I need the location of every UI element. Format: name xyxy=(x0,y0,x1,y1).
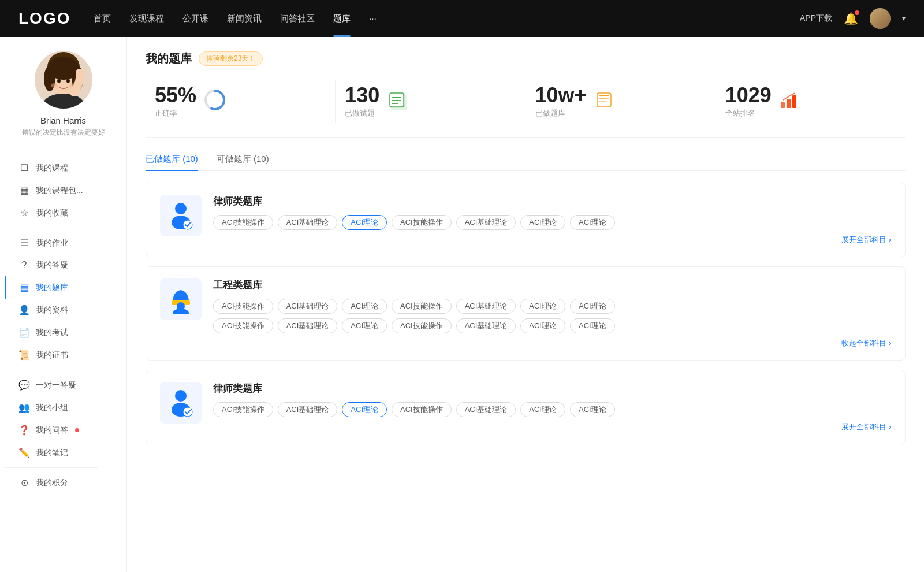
eng-tag-0[interactable]: ACI技能操作 xyxy=(213,299,273,314)
expand-lawyer-2[interactable]: 展开全部科目 › xyxy=(213,422,891,432)
navbar-right: APP下载 🔔 ▾ xyxy=(800,8,906,29)
nav-qa[interactable]: 问答社区 xyxy=(280,13,315,24)
sidebar-item-course[interactable]: ☐ 我的课程 xyxy=(5,157,122,179)
tab-done-banks[interactable]: 已做题库 (10) xyxy=(146,154,198,170)
eng-tag-r2-0[interactable]: ACI技能操作 xyxy=(213,318,273,333)
sidebar-divider-2 xyxy=(5,228,98,228)
eng-tag-3[interactable]: ACI技能操作 xyxy=(392,299,452,314)
trial-badge: 体验剩余23天！ xyxy=(199,51,263,66)
eng-tag-1[interactable]: ACI基础理论 xyxy=(278,299,338,314)
l2-tag-0[interactable]: ACI技能操作 xyxy=(213,402,273,417)
svg-point-32 xyxy=(173,309,189,314)
sidebar-item-coursepack[interactable]: ▦ 我的课程包... xyxy=(5,179,122,202)
tag-0[interactable]: ACI技能操作 xyxy=(213,215,273,230)
expand-lawyer-1[interactable]: 展开全部科目 › xyxy=(213,235,891,245)
homework-icon: ☰ xyxy=(18,237,30,248)
avatar[interactable] xyxy=(870,8,891,29)
nav-news[interactable]: 新闻资讯 xyxy=(227,13,262,24)
points-icon: ⊙ xyxy=(18,477,30,488)
sidebar-item-notes[interactable]: ✏️ 我的笔记 xyxy=(5,441,122,464)
bank-tags-lawyer-2: ACI技能操作 ACI基础理论 ACI理论 ACI技能操作 ACI基础理论 AC… xyxy=(213,402,891,417)
eng-tag-4[interactable]: ACI基础理论 xyxy=(456,299,516,314)
nav-quiz[interactable]: 题库 xyxy=(333,13,351,24)
done-banks-icon xyxy=(594,90,614,114)
bank-icon-lawyer-1 xyxy=(160,195,202,236)
l2-tag-4[interactable]: ACI基础理论 xyxy=(456,402,516,417)
sidebar-divider-1 xyxy=(5,153,98,153)
sidebar-item-homework[interactable]: ☰ 我的作业 xyxy=(5,232,122,254)
tag-3[interactable]: ACI技能操作 xyxy=(392,215,452,230)
l2-tag-1[interactable]: ACI基础理论 xyxy=(278,402,338,417)
qa-icon: ? xyxy=(18,260,30,270)
tag-6[interactable]: ACI理论 xyxy=(570,215,615,230)
svg-point-11 xyxy=(66,79,70,83)
sidebar-item-tutoring[interactable]: 💬 一对一答疑 xyxy=(5,374,122,396)
app-download-button[interactable]: APP下载 xyxy=(800,13,832,24)
notification-dot xyxy=(855,10,859,15)
sidebar-item-quizbank[interactable]: ▤ 我的题库 xyxy=(5,276,122,299)
bank-tags-lawyer-1: ACI技能操作 ACI基础理论 ACI理论 ACI技能操作 ACI基础理论 AC… xyxy=(213,215,891,230)
sidebar-item-profile[interactable]: 👤 我的资料 xyxy=(5,299,122,321)
sidebar-item-certificate[interactable]: 📜 我的证书 xyxy=(5,344,122,366)
tabs-row: 已做题库 (10) 可做题库 (10) xyxy=(146,154,906,171)
eng-tag-r2-4[interactable]: ACI基础理论 xyxy=(456,318,516,333)
stat-done-questions: 130 已做试题 xyxy=(336,80,526,123)
tab-available-banks[interactable]: 可做题库 (10) xyxy=(217,154,269,170)
sidebar-item-points[interactable]: ⊙ 我的积分 xyxy=(5,471,122,494)
tag-4[interactable]: ACI基础理论 xyxy=(456,215,516,230)
svg-rect-24 xyxy=(781,102,785,108)
done-questions-value: 130 xyxy=(345,85,379,106)
eng-tag-r2-6[interactable]: ACI理论 xyxy=(570,318,615,333)
stats-row: 55% 正确率 130 已做试题 xyxy=(146,80,906,138)
accuracy-icon xyxy=(203,88,226,116)
stat-rank: 1029 全站排名 xyxy=(716,80,906,123)
profile-icon: 👤 xyxy=(18,304,30,315)
svg-point-33 xyxy=(175,390,187,402)
l2-tag-3[interactable]: ACI技能操作 xyxy=(392,402,452,417)
svg-point-35 xyxy=(183,407,192,417)
svg-rect-22 xyxy=(599,98,609,99)
l2-tag-6[interactable]: ACI理论 xyxy=(570,402,615,417)
nav-more[interactable]: ··· xyxy=(369,13,377,24)
sidebar-item-exam[interactable]: 📄 我的考试 xyxy=(5,321,122,344)
nav-home[interactable]: 首页 xyxy=(94,13,111,24)
tag-2[interactable]: ACI理论 xyxy=(342,215,387,230)
lawyer-person-icon-2 xyxy=(166,388,196,418)
sidebar-item-favorites[interactable]: ☆ 我的收藏 xyxy=(5,202,122,224)
notification-bell[interactable]: 🔔 xyxy=(844,12,858,25)
collapse-engineering[interactable]: 收起全部科目 › xyxy=(213,338,891,348)
logo[interactable]: LOGO xyxy=(18,9,70,28)
bank-card-lawyer-2: 律师类题库 ACI技能操作 ACI基础理论 ACI理论 ACI技能操作 ACI基… xyxy=(146,370,906,444)
accuracy-label: 正确率 xyxy=(155,108,196,118)
eng-tag-6[interactable]: ACI理论 xyxy=(570,299,615,314)
done-questions-icon xyxy=(386,90,407,114)
eng-tag-r2-2[interactable]: ACI理论 xyxy=(342,318,387,333)
stat-done-banks: 10w+ 已做题库 xyxy=(526,80,716,123)
bank-title-lawyer-1: 律师类题库 xyxy=(213,195,891,208)
tag-1[interactable]: ACI基础理论 xyxy=(278,215,338,230)
avatar-dropdown-arrow[interactable]: ▾ xyxy=(902,14,906,23)
svg-point-27 xyxy=(175,203,187,214)
l2-tag-2[interactable]: ACI理论 xyxy=(342,402,387,417)
nav-links: 首页 发现课程 公开课 新闻资讯 问答社区 题库 ··· xyxy=(94,13,777,24)
eng-tag-2[interactable]: ACI理论 xyxy=(342,299,387,314)
eng-tag-r2-5[interactable]: ACI理论 xyxy=(520,318,565,333)
sidebar: Brian Harris 错误的决定比没有决定要好 ☐ 我的课程 ▦ 我的课程包… xyxy=(0,37,127,572)
sidebar-item-qa[interactable]: ? 我的答疑 xyxy=(5,254,122,276)
bank-tags-engineering-row2: ACI技能操作 ACI基础理论 ACI理论 ACI技能操作 ACI基础理论 AC… xyxy=(213,318,891,333)
sidebar-menu: ☐ 我的课程 ▦ 我的课程包... ☆ 我的收藏 ☰ 我的作业 ? 我的答疑 ▤ xyxy=(0,149,126,494)
l2-tag-5[interactable]: ACI理论 xyxy=(520,402,565,417)
eng-tag-r2-3[interactable]: ACI技能操作 xyxy=(392,318,452,333)
sidebar-item-myqa[interactable]: ❓ 我的问答 xyxy=(5,419,122,441)
done-banks-label: 已做题库 xyxy=(535,108,587,118)
nav-opencourse[interactable]: 公开课 xyxy=(182,13,208,24)
nav-discover[interactable]: 发现课程 xyxy=(129,13,164,24)
svg-rect-26 xyxy=(792,95,796,108)
bank-card-lawyer-1: 律师类题库 ACI技能操作 ACI基础理论 ACI理论 ACI技能操作 ACI基… xyxy=(146,183,906,257)
sidebar-item-groups[interactable]: 👥 我的小组 xyxy=(5,396,122,419)
star-icon: ☆ xyxy=(18,207,30,218)
eng-tag-r2-1[interactable]: ACI基础理论 xyxy=(278,318,338,333)
bank-card-engineering: 工程类题库 ACI技能操作 ACI基础理论 ACI理论 ACI技能操作 ACI基… xyxy=(146,266,906,361)
tag-5[interactable]: ACI理论 xyxy=(520,215,565,230)
eng-tag-5[interactable]: ACI理论 xyxy=(520,299,565,314)
